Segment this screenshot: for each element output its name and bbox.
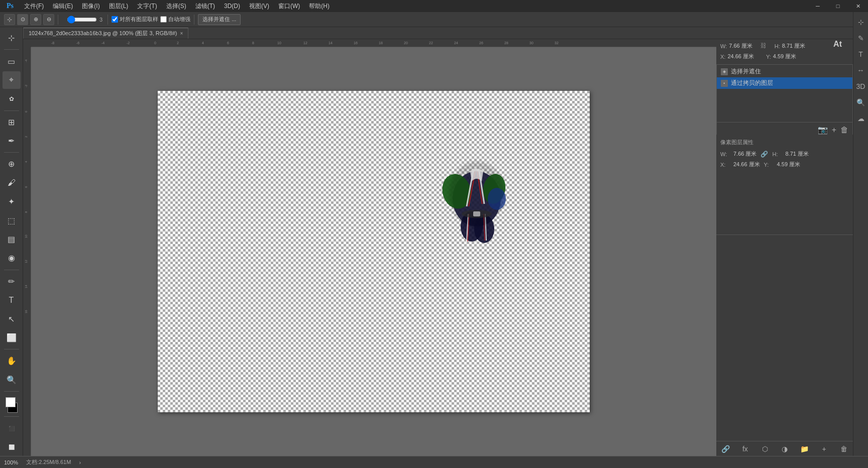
properties-section: 像素图层属性 W: 7.66 厘米 🔗 H: 8.71 厘米 X: 24.66 …	[716, 135, 853, 235]
x-label: X:	[720, 54, 725, 60]
tab-close-btn[interactable]: ×	[180, 31, 183, 36]
svg-text:4: 4	[25, 161, 28, 163]
tool-eyedropper[interactable]: ✒	[3, 132, 21, 150]
svg-text:12: 12	[25, 260, 28, 263]
maximize-button[interactable]: □	[828, 0, 848, 12]
menu-text[interactable]: 文字(T)	[133, 1, 161, 12]
close-button[interactable]: ✕	[848, 0, 868, 12]
menu-3d[interactable]: 3D(D)	[220, 2, 244, 11]
color-swatch[interactable]	[3, 396, 21, 414]
menu-edit[interactable]: 编辑(E)	[49, 1, 77, 12]
svg-text:2: 2	[25, 136, 28, 138]
at-label: At	[833, 40, 842, 49]
checkbox-auto-enhance[interactable]: 自动增强	[160, 16, 190, 23]
right-icon-move[interactable]: ⊹	[855, 16, 867, 28]
link-layers-btn[interactable]: 🔗	[720, 444, 730, 454]
right-main: 像素图层属性 W: 7.66 厘米 🔗 H: 8.71 厘米 X: 24.66 …	[716, 12, 853, 456]
svg-text:-2: -2	[25, 84, 28, 87]
w-label: W:	[720, 43, 727, 49]
status-arrow[interactable]: ›	[79, 459, 81, 465]
right-icon-adjust[interactable]: ↔	[855, 64, 867, 76]
svg-text:30: 30	[529, 41, 533, 45]
document-tab[interactable]: 1024x768_2d0ec2333ab16b3.jpg @ 100% (图层 …	[23, 28, 188, 39]
canvas	[158, 91, 590, 412]
delete-layer-btn[interactable]: 🗑	[839, 444, 849, 454]
svg-text:0: 0	[154, 41, 156, 45]
tool-hand[interactable]: ✋	[3, 352, 21, 370]
menubar: Ps 文件(F) 编辑(E) 图像(I) 图层(L) 文字(T) 选择(S) 滤…	[0, 0, 868, 12]
minimize-button[interactable]: ─	[808, 0, 828, 12]
tool-gradient[interactable]: ▤	[3, 230, 21, 248]
checkbox-auto-enhance-input[interactable]	[160, 16, 167, 23]
new-layer-btn[interactable]: +	[819, 444, 829, 454]
tool-mode-btn-2[interactable]: ⊙	[17, 14, 28, 25]
tool-sep-7	[4, 416, 19, 417]
select-mask-btn[interactable]: 选择并遮住 ...	[198, 14, 241, 25]
tool-quick-select[interactable]: ✿	[3, 90, 21, 107]
add-style-btn[interactable]: fx	[740, 444, 750, 454]
right-icon-search[interactable]: 🔍	[855, 96, 867, 108]
menu-filter[interactable]: 滤镜(T)	[191, 1, 219, 12]
right-icon-3d[interactable]: 3D	[855, 80, 867, 92]
tool-pen[interactable]: ✏	[3, 273, 21, 290]
fg-color[interactable]	[6, 397, 16, 407]
prop-x-value: 24.66 厘米	[733, 161, 760, 168]
canvas-scroll[interactable]	[31, 47, 716, 456]
separator-2	[107, 15, 108, 25]
props-w: W: 7.66 厘米	[720, 42, 752, 50]
menu-help[interactable]: 帮助(H)	[305, 1, 334, 12]
svg-text:2: 2	[177, 41, 179, 45]
wh-link-icon[interactable]: ⛓	[761, 42, 767, 50]
tool-move[interactable]: ⊹	[3, 29, 21, 47]
menu-layer[interactable]: 图层(L)	[105, 1, 133, 12]
tool-crop[interactable]: ⊞	[3, 113, 21, 131]
prop-row-x: X: 24.66 厘米 Y: 4.59 厘米	[720, 161, 849, 168]
tool-clone[interactable]: ✦	[3, 193, 21, 210]
tool-mode-btn-3[interactable]: ⊕	[30, 14, 41, 25]
tool-quick-mask[interactable]: ⬜	[3, 438, 21, 456]
menu-select[interactable]: 选择(S)	[162, 1, 190, 12]
tool-zoom[interactable]: 🔍	[3, 371, 21, 389]
new-group-btn[interactable]: 📁	[799, 444, 809, 454]
svg-text:-4: -4	[25, 59, 28, 62]
canvas-area: -8 -6 -4 -2 0 2 4 6 8 10 12 14 16 18 20 …	[23, 39, 716, 456]
left-tool-panel: ⊹ ▭ ⌖ ✿ ⊞ ✒ ⊕ 🖌 ✦ ⬚ ▤ ◉ ✏ T ↖ ⬜ ✋ 🔍 ⬛ ⬜	[0, 27, 23, 456]
tool-mode-btn-1[interactable]: ⊹	[4, 14, 15, 25]
menu-view[interactable]: 视图(V)	[245, 1, 273, 12]
link-icon[interactable]: 🔗	[761, 151, 768, 158]
checkbox-all-layers-input[interactable]	[112, 16, 118, 23]
brush-size-slider[interactable]	[67, 16, 97, 23]
status-bar: 100% 文档:2.25M/8.61M ›	[0, 456, 868, 468]
tool-lasso[interactable]: ⌖	[3, 71, 21, 89]
add-mask-btn[interactable]: ⬡	[760, 444, 770, 454]
tab-filename: 1024x768_2d0ec2333ab16b3.jpg @ 100% (图层 …	[29, 30, 177, 37]
svg-text:-8: -8	[51, 41, 54, 45]
tool-brush[interactable]: 🖌	[3, 174, 21, 192]
menu-window[interactable]: 窗口(W)	[274, 1, 304, 12]
svg-text:4: 4	[202, 41, 204, 45]
tool-mode-btn-4[interactable]: ⊖	[43, 14, 54, 25]
ruler-horizontal: -8 -6 -4 -2 0 2 4 6 8 10 12 14 16 18 20 …	[31, 39, 716, 47]
checkbox-all-layers[interactable]: 对所有图层取样	[112, 16, 158, 23]
tool-text[interactable]: T	[3, 291, 21, 309]
ruler-v-svg: -4 -2 0 2 4 6 8 10 12 14 16	[23, 47, 31, 449]
svg-text:8: 8	[252, 41, 254, 45]
menu-file[interactable]: 文件(F)	[20, 1, 48, 12]
tool-rect-select[interactable]: ▭	[3, 52, 21, 70]
tool-shape[interactable]: ⬜	[3, 329, 21, 346]
tool-sep-1	[4, 49, 19, 50]
add-fill-btn[interactable]: ◑	[780, 444, 790, 454]
right-icon-pen[interactable]: ✎	[855, 32, 867, 44]
menu-image[interactable]: 图像(I)	[78, 1, 103, 12]
tool-eraser[interactable]: ⬚	[3, 211, 21, 229]
tool-path-select[interactable]: ↖	[3, 310, 21, 327]
svg-text:16: 16	[25, 310, 28, 313]
svg-text:8: 8	[25, 211, 28, 213]
right-icon-creative-cloud[interactable]: ☁	[855, 112, 867, 125]
right-icon-text-tool[interactable]: T	[855, 48, 867, 60]
svg-point-48	[449, 161, 504, 226]
tool-heal[interactable]: ⊕	[3, 155, 21, 173]
tool-screen-mode[interactable]: ⬛	[3, 419, 21, 437]
ps-logo-text: Ps	[7, 2, 14, 10]
tool-blur[interactable]: ◉	[3, 249, 21, 267]
